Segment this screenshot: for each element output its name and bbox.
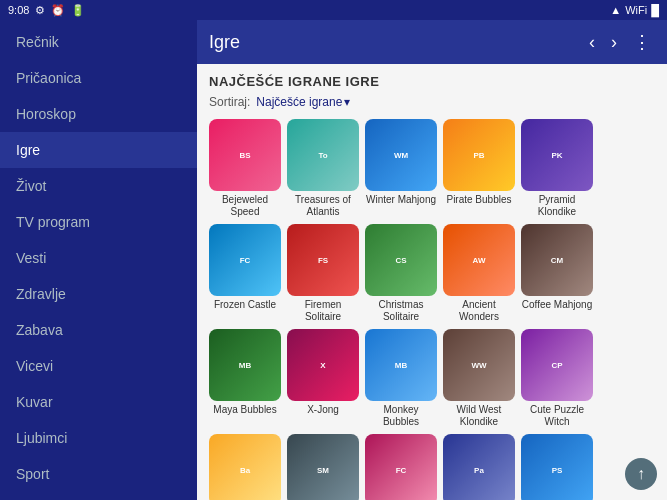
dropdown-chevron-icon: ▾	[344, 95, 350, 109]
game-thumbnail: WM	[365, 119, 437, 191]
signal-icon: ▲	[610, 4, 621, 16]
back-button[interactable]: ‹	[585, 30, 599, 55]
game-thumbnail: WW	[443, 329, 515, 401]
game-item[interactable]: FSFiremen Solitaire	[287, 224, 359, 323]
game-item[interactable]: FCFluffy Cuddlies	[365, 434, 437, 500]
game-thumbnail: CP	[521, 329, 593, 401]
game-thumbnail: MB	[365, 329, 437, 401]
section-title: NAJČEŠĆE IGRANE IGRE	[209, 74, 655, 89]
game-item[interactable]: PBPirate Bubbles	[443, 119, 515, 218]
scroll-to-top-button[interactable]: ↑	[625, 458, 657, 490]
sidebar-item-vicevi[interactable]: Vicevi	[0, 348, 197, 384]
game-name: Maya Bubbles	[209, 404, 281, 416]
game-item[interactable]: XX-Jong	[287, 329, 359, 428]
sidebar-item-pri-aonica[interactable]: Pričaonica	[0, 60, 197, 96]
game-name: Firemen Solitaire	[287, 299, 359, 323]
game-item[interactable]: CSChristmas Solitaire	[365, 224, 437, 323]
status-bar: 9:08 ⚙ ⏰ 🔋 ▲ WiFi █	[0, 0, 667, 20]
wifi-icon: WiFi	[625, 4, 647, 16]
game-name: Pyramid Klondike	[521, 194, 593, 218]
game-thumbnail: Pa	[443, 434, 515, 500]
game-name: Treasures of Atlantis	[287, 194, 359, 218]
game-name: Winter Mahjong	[365, 194, 437, 206]
game-name: Pirate Bubbles	[443, 194, 515, 206]
game-item[interactable]: BaBee and Bear	[209, 434, 281, 500]
games-content: NAJČEŠĆE IGRANE IGRE Sortiraj: Najčešće …	[197, 64, 667, 500]
game-thumbnail: SM	[287, 434, 359, 500]
content-wrapper: NAJČEŠĆE IGRANE IGRE Sortiraj: Najčešće …	[197, 64, 667, 500]
game-name: Monkey Bubbles	[365, 404, 437, 428]
game-item[interactable]: AWAncient Wonders	[443, 224, 515, 323]
game-item[interactable]: WWWild West Klondike	[443, 329, 515, 428]
game-thumbnail: BS	[209, 119, 281, 191]
game-item[interactable]: BSBejeweled Speed	[209, 119, 281, 218]
content-title: Igre	[209, 32, 240, 53]
game-name: Christmas Solitaire	[365, 299, 437, 323]
games-grid: BSBejeweled SpeedToTreasures of Atlantis…	[209, 119, 655, 500]
game-item[interactable]: MBMonkey Bubbles	[365, 329, 437, 428]
header-actions: ‹ › ⋮	[585, 29, 655, 55]
sort-value: Najčešće igrane	[256, 95, 342, 109]
sidebar: RečnikPričaonicaHoroskopIgreŽivotTV prog…	[0, 20, 197, 500]
alarm-icon: ⏰	[51, 4, 65, 17]
status-time: 9:08	[8, 4, 29, 16]
game-thumbnail: CM	[521, 224, 593, 296]
game-name: Bejeweled Speed	[209, 194, 281, 218]
game-item[interactable]: FCFrozen Castle	[209, 224, 281, 323]
game-thumbnail: FS	[287, 224, 359, 296]
sidebar-item-igre[interactable]: Igre	[0, 132, 197, 168]
sort-row: Sortiraj: Najčešće igrane ▾	[209, 95, 655, 109]
forward-button[interactable]: ›	[607, 30, 621, 55]
game-thumbnail: PK	[521, 119, 593, 191]
game-thumbnail: AW	[443, 224, 515, 296]
game-item[interactable]: ToTreasures of Atlantis	[287, 119, 359, 218]
sort-label: Sortiraj:	[209, 95, 250, 109]
game-thumbnail: CS	[365, 224, 437, 296]
game-name: Coffee Mahjong	[521, 299, 593, 311]
game-name: X-Jong	[287, 404, 359, 416]
sidebar-item-zdravlje[interactable]: Zdravlje	[0, 276, 197, 312]
game-name: Cute Puzzle Witch	[521, 404, 593, 428]
status-left: 9:08 ⚙ ⏰ 🔋	[8, 4, 85, 17]
game-thumbnail: PB	[443, 119, 515, 191]
sidebar-item--ivot[interactable]: Život	[0, 168, 197, 204]
game-thumbnail: FC	[365, 434, 437, 500]
game-thumbnail: PS	[521, 434, 593, 500]
sidebar-item-tv-program[interactable]: TV program	[0, 204, 197, 240]
battery-level-icon: █	[651, 4, 659, 16]
game-name: Wild West Klondike	[443, 404, 515, 428]
sidebar-item-sport[interactable]: Sport	[0, 456, 197, 492]
menu-button[interactable]: ⋮	[629, 29, 655, 55]
game-item[interactable]: SMSpooky Mahjong	[287, 434, 359, 500]
game-thumbnail: FC	[209, 224, 281, 296]
sort-select[interactable]: Najčešće igrane ▾	[256, 95, 352, 109]
game-item[interactable]: PKPyramid Klondike	[521, 119, 593, 218]
battery-icon: 🔋	[71, 4, 85, 17]
sidebar-item-horoskop[interactable]: Horoskop	[0, 96, 197, 132]
game-item[interactable]: MBMaya Bubbles	[209, 329, 281, 428]
game-item[interactable]: WMWinter Mahjong	[365, 119, 437, 218]
status-right: ▲ WiFi █	[610, 4, 659, 16]
content-header: Igre ‹ › ⋮	[197, 20, 667, 64]
game-thumbnail: To	[287, 119, 359, 191]
game-thumbnail: MB	[209, 329, 281, 401]
sidebar-item-vesti[interactable]: Vesti	[0, 240, 197, 276]
sidebar-item-tehnika[interactable]: Tehnika	[0, 492, 197, 500]
game-name: Frozen Castle	[209, 299, 281, 311]
sidebar-item-ljubimci[interactable]: Ljubimci	[0, 420, 197, 456]
sidebar-item-zabava[interactable]: Zabava	[0, 312, 197, 348]
game-item[interactable]: CMCoffee Mahjong	[521, 224, 593, 323]
game-item[interactable]: PaPirates and Treasures	[443, 434, 515, 500]
main-layout: RečnikPričaonicaHoroskopIgreŽivotTV prog…	[0, 20, 667, 500]
game-thumbnail: X	[287, 329, 359, 401]
game-item[interactable]: PSPLAYHEADS SOCCER	[521, 434, 593, 500]
sidebar-item-kuvar[interactable]: Kuvar	[0, 384, 197, 420]
settings-icon: ⚙	[35, 4, 45, 17]
game-name: Ancient Wonders	[443, 299, 515, 323]
sidebar-item-re-nik[interactable]: Rečnik	[0, 24, 197, 60]
game-item[interactable]: CPCute Puzzle Witch	[521, 329, 593, 428]
game-thumbnail: Ba	[209, 434, 281, 500]
content-area: Igre ‹ › ⋮ NAJČEŠĆE IGRANE IGRE Sortiraj…	[197, 20, 667, 500]
